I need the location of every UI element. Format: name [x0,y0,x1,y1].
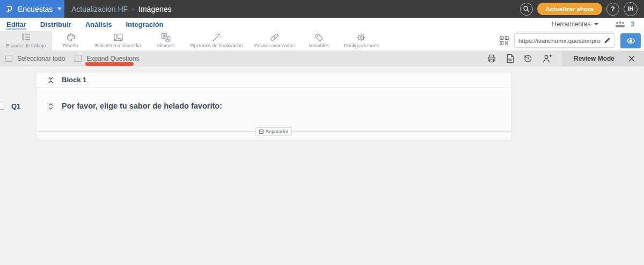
add-separator-button[interactable]: Separador [255,127,292,136]
chain-icon [269,33,280,42]
question-row[interactable]: Por favor, elige tu sabor de helado favo… [36,88,511,131]
review-bar-icons: PDF [487,54,562,63]
edit-url-icon[interactable] [604,37,611,44]
breadcrumb: Actualizacion HF › Imágenes [71,0,172,18]
svg-text:PDF: PDF [508,58,513,61]
gear-icon [356,33,366,42]
toolbar-right: https://ivanchumx.questionpro.com [500,31,644,51]
question-text[interactable]: Por favor, elige tu sabor de helado favo… [62,102,222,110]
block-card: Block 1 Por favor, elige tu sabor de hel… [36,72,511,140]
breadcrumb-current-page: Imágenes [138,5,171,13]
toolbar-item-variables[interactable]: Variables [301,31,338,51]
toolbar-item-idiomas[interactable]: Idiomas [147,31,185,51]
select-all-checkbox[interactable] [5,55,12,62]
survey-toolbar: Espacio de trabajo Diseño Biblioteca mul… [0,31,644,51]
collapse-block-icon[interactable] [48,77,54,83]
questionpro-logo [5,4,14,14]
tab-distribuir[interactable]: Distribuir [40,18,71,31]
question-gutter: Q1 [0,102,20,110]
print-icon[interactable] [487,54,496,63]
update-now-button[interactable]: Actualizar ahora [537,3,602,15]
review-mode-segment: Review Mode [562,51,644,66]
tools-menu[interactable]: Herramientas [552,20,590,28]
history-icon[interactable] [523,54,533,63]
question-mark-icon: ? [611,5,614,13]
collaborators-count[interactable]: 3 [631,20,634,28]
toolbar-item-diseno[interactable]: Diseño [52,31,90,51]
tag-icon [314,33,324,42]
expand-questions-checkbox[interactable] [75,55,82,62]
add-collaborator-icon[interactable] [542,54,552,63]
top-bar: Encuestas Actualizacion HF › Imágenes Ac… [0,0,644,18]
annotation-highlight [85,62,134,66]
main-nav: Editar Distribuir Análisis Integración H… [0,18,644,31]
media-icon [113,33,123,42]
expand-questions-label[interactable]: Expand Questions [86,55,139,62]
tab-analisis[interactable]: Análisis [85,18,112,31]
eye-icon [626,37,635,45]
breadcrumb-separator: › [132,5,134,13]
survey-editor-canvas: Q1 Block 1 Por favor, elige tu sabor de … [0,66,644,265]
user-avatar[interactable]: IH [624,2,638,16]
topbar-actions: Actualizar ahora ? IH [520,0,644,18]
workspace-icon [21,33,31,42]
survey-url[interactable]: https://ivanchumx.questionpro.com [518,38,601,44]
reorder-question-icon[interactable] [48,103,54,110]
palette-icon [66,33,76,42]
chevron-down-icon[interactable] [594,23,598,25]
review-bar: Seleccionar todo Expand Questions PDF [0,51,644,66]
close-icon[interactable] [628,55,635,62]
toolbar-item-configuraciones[interactable]: Configuraciones [338,31,385,51]
pdf-export-icon[interactable]: PDF [506,54,514,63]
breadcrumb-survey-name[interactable]: Actualizacion HF [71,5,128,13]
review-mode-label: Review Mode [574,55,614,62]
product-switcher[interactable]: Encuestas [0,0,64,18]
tab-integracion[interactable]: Integración [126,18,164,31]
question-checkbox[interactable] [0,103,4,110]
nav-right: Herramientas 3 [552,20,644,28]
toolbar-item-opciones-de-finalizacion[interactable]: Opciones de finalización [185,31,249,51]
toolbar-item-cuotas-avanzadas[interactable]: Cuotas avanzadas [248,31,301,51]
brand-label: Encuestas [18,5,53,13]
block-footer: Separador [36,131,511,140]
separator-label: Separador [266,129,288,134]
help-button[interactable]: ? [606,3,619,16]
languages-icon [161,33,171,42]
survey-url-box[interactable]: https://ivanchumx.questionpro.com [514,33,615,48]
search-button[interactable] [520,3,533,16]
question-code: Q1 [11,102,20,110]
avatar-initials: IH [628,6,633,12]
select-all-group: Seleccionar todo [5,55,65,62]
chevron-down-icon [57,8,62,10]
tab-editar[interactable]: Editar [6,18,26,31]
nav-tabs: Editar Distribuir Análisis Integración [6,18,164,31]
search-icon [523,5,530,12]
collaborators-icon[interactable] [615,21,625,28]
block-header[interactable]: Block 1 [36,73,511,88]
qr-code-icon[interactable] [500,36,509,45]
select-all-label[interactable]: Seleccionar todo [17,55,65,62]
expand-questions-group: Expand Questions [75,55,139,62]
toolbar-item-espacio-de-trabajo[interactable]: Espacio de trabajo [0,31,52,51]
preview-button[interactable] [620,33,641,48]
separator-check-icon [259,130,264,134]
toolbar-item-biblioteca-multimedia[interactable]: Biblioteca multimedia [90,31,147,51]
block-title: Block 1 [62,76,86,84]
wand-icon [211,33,221,42]
